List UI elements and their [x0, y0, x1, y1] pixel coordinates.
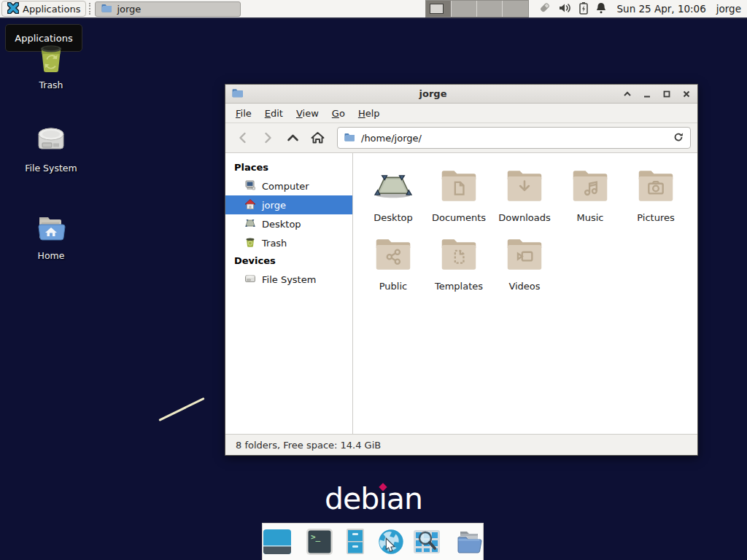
downloads-folder-icon	[502, 163, 547, 211]
back-button[interactable]	[232, 128, 254, 148]
folder-name: Pictures	[637, 212, 674, 223]
terminal-icon[interactable]: >_	[305, 527, 334, 556]
pictures-folder-icon	[633, 163, 678, 211]
videos-folder-icon	[502, 232, 547, 279]
folder-item-documents[interactable]: Documents	[426, 163, 492, 232]
logo-part-2: an	[387, 481, 422, 516]
file-manager-window: jorge File Edit View Go Help	[225, 84, 698, 456]
folder-item-pictures[interactable]: Pictures	[623, 163, 689, 232]
desktop-icon-home[interactable]: Home	[12, 211, 90, 261]
sidebar-item-desktop[interactable]: Desktop	[225, 214, 352, 233]
file-manager-icon[interactable]	[454, 527, 484, 556]
debian-wallpaper-logo: debıan	[0, 481, 747, 516]
folder-item-music[interactable]: Music	[557, 163, 623, 232]
folder-name: Public	[379, 281, 407, 292]
hard-drive-icon	[34, 147, 68, 160]
desktop-mini-icon	[244, 217, 256, 231]
desktop-icon-trash[interactable]: Trash	[12, 41, 90, 90]
xfce-logo-icon	[7, 2, 19, 16]
menu-view[interactable]: View	[290, 105, 325, 122]
sidebar-item-label: Desktop	[262, 219, 301, 230]
reload-icon[interactable]	[673, 131, 684, 145]
workspace-switcher	[425, 0, 529, 18]
panel-clock[interactable]: Sun 25 Apr, 10:06	[617, 3, 706, 15]
menu-help[interactable]: Help	[352, 105, 387, 122]
folder-item-videos[interactable]: Videos	[492, 232, 557, 300]
folder-name: Music	[577, 212, 604, 223]
documents-folder-icon	[436, 163, 481, 211]
folder-item-templates[interactable]: Templates	[426, 232, 492, 300]
places-header: Places	[225, 159, 352, 176]
panel-grip[interactable]	[89, 3, 93, 15]
toolbar: /home/jorge/	[225, 123, 697, 153]
workspace-window-thumb	[430, 4, 444, 14]
show-desktop-icon[interactable]	[263, 527, 292, 556]
logo-part-1: deb	[325, 481, 379, 516]
applications-menu-label: Applications	[23, 4, 80, 15]
status-bar: 8 folders, Free space: 14.4 GiB	[225, 434, 697, 455]
window-controls	[622, 89, 692, 99]
sidebar-item-label: Trash	[262, 238, 287, 249]
taskbar-window-label: jorge	[117, 4, 141, 15]
home-folder-icon	[34, 234, 68, 248]
battery-charging-icon[interactable]	[578, 1, 589, 17]
folder-item-public[interactable]: Public	[360, 232, 426, 300]
workspace-4[interactable]	[503, 1, 528, 17]
workspace-3[interactable]	[477, 1, 503, 17]
notifications-icon[interactable]	[595, 1, 607, 16]
folder-name: Documents	[432, 212, 486, 223]
minimize-button[interactable]	[642, 89, 652, 99]
file-cabinet-icon[interactable]	[341, 527, 370, 556]
panel-user-menu[interactable]: jorge	[716, 3, 741, 15]
devices-header: Devices	[225, 252, 352, 270]
sidebar-item-trash[interactable]: Trash	[225, 233, 352, 252]
folder-item-downloads[interactable]: Downloads	[492, 163, 557, 232]
wallpaper-line-artifact	[158, 397, 204, 421]
system-tray	[538, 1, 607, 17]
location-path[interactable]: /home/jorge/	[361, 133, 667, 144]
workspace-2[interactable]	[452, 1, 477, 17]
desktop-screen: Applications jorge	[0, 0, 747, 560]
workspace-1[interactable]	[426, 1, 452, 17]
window-titlebar[interactable]: jorge	[225, 85, 697, 104]
folder-view: Desktop Documents	[353, 153, 697, 434]
folder-name: Desktop	[374, 212, 413, 223]
status-text: 8 folders, Free space: 14.4 GiB	[236, 440, 381, 451]
forward-button[interactable]	[257, 128, 279, 148]
sidebar-item-computer[interactable]: Computer	[225, 176, 352, 195]
window-body: Places Computer	[225, 153, 697, 434]
taskbar-folder-icon	[101, 2, 112, 16]
folder-name: Downloads	[498, 212, 550, 223]
desktop-icon-file-system[interactable]: File System	[12, 124, 90, 174]
up-button[interactable]	[282, 128, 303, 148]
desktop-icon-label: Home	[12, 250, 90, 261]
sidebar-item-jorge[interactable]: jorge	[225, 195, 352, 214]
trash-icon	[34, 63, 68, 77]
trash-mini-icon	[244, 236, 256, 250]
templates-folder-icon	[436, 232, 481, 279]
home-button[interactable]	[306, 128, 328, 148]
taskbar-window-button[interactable]: jorge	[95, 1, 241, 17]
sidebar-item-label: File System	[262, 274, 316, 285]
desktop-icon-label: Trash	[12, 79, 90, 90]
dock-panel: >_	[262, 523, 484, 560]
side-pane: Places Computer	[225, 153, 353, 434]
maximize-button[interactable]	[662, 89, 672, 99]
app-finder-icon[interactable]	[412, 527, 441, 556]
sidebar-item-file-system[interactable]: File System	[225, 270, 352, 289]
menu-go[interactable]: Go	[325, 105, 352, 122]
web-browser-icon[interactable]	[376, 527, 406, 556]
input-device-icon[interactable]	[538, 1, 552, 17]
close-button[interactable]	[681, 89, 692, 99]
top-panel: Applications jorge	[0, 0, 747, 19]
volume-icon[interactable]	[559, 2, 572, 16]
computer-icon	[244, 179, 256, 193]
svg-text:>_: >_	[311, 532, 321, 542]
menu-file[interactable]: File	[229, 105, 258, 122]
applications-menu-button[interactable]: Applications	[1, 1, 86, 17]
shade-button[interactable]	[622, 89, 632, 99]
folder-item-desktop[interactable]: Desktop	[360, 163, 426, 232]
music-folder-icon	[568, 163, 613, 211]
menu-edit[interactable]: Edit	[258, 105, 290, 122]
location-bar[interactable]: /home/jorge/	[337, 127, 691, 149]
